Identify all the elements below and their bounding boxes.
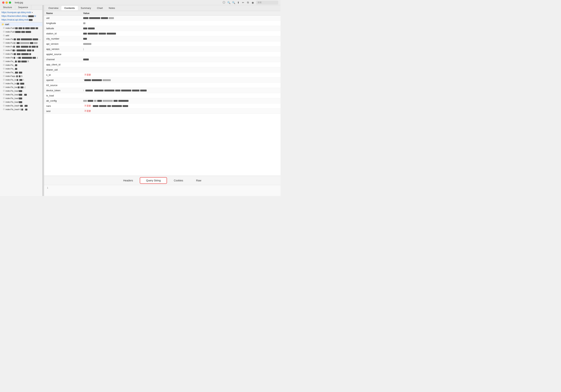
table-row: nars 不需要 [44,103,280,109]
edit-icon[interactable]: ✏ [242,1,245,4]
req-icon: ⓪ [3,79,5,81]
field-value [83,43,278,45]
traffic-lights [2,1,11,4]
table-row: h5_source [44,83,280,88]
req-icon: ⓪ [3,27,5,29]
req-icon: ⓪ [3,90,5,92]
req-icon: ⓪ [3,67,5,70]
field-name: sesi [46,110,83,113]
list-item[interactable]: ⓪ index?is_load=1 . [0,107,42,111]
app-window: body.jpg ⓘ 🔍 🔍 ⬆ ✏ ⧉ ◉ 搜索 Structure Sequ… [0,0,280,196]
field-name: channel [46,58,83,61]
tab-raw[interactable]: Raw [190,177,207,184]
field-value [83,33,278,35]
tab-query-string[interactable]: Query String [140,177,167,184]
main-content: Structure Sequence https://sunquan.api.d… [0,5,280,196]
list-item[interactable]: ⓪ index?u: [0,45,42,48]
col-value-header: Value [83,12,278,15]
maximize-button[interactable] [9,1,11,4]
tab-sequence[interactable]: Sequence [15,5,31,10]
tab-summary[interactable]: Summary [78,6,94,10]
table-row: uid [44,16,280,21]
field-name: s_id [46,73,83,76]
title-bar-icons: ⓘ 🔍 🔍 ⬆ ✏ ⧉ ◉ 搜索 [222,1,278,4]
field-name: ab_config [46,99,83,102]
tab-overview[interactable]: Overview [45,6,61,10]
url-item-maicai[interactable]: https://maicai.api.ddxq.mob [0,18,42,22]
list-item[interactable]: ⓪ index?is_lo [0,82,42,85]
list-item[interactable]: ⓪ index?is_ 3: [0,60,42,63]
list-item[interactable]: ⓪ add [0,34,42,37]
tab-cookies[interactable]: Cookies [168,177,189,184]
list-item[interactable]: ⓪ index?is_load [0,100,42,104]
table-row: latitude [44,26,280,31]
table-row: applet_source [44,52,280,57]
list-item[interactable]: ⓪ index?uid: [0,26,42,30]
url-item-tracker[interactable]: https://trackercollect.ddxq.rbi [0,14,42,18]
list-item[interactable]: ⓪ index?is_ [0,71,42,74]
list-item[interactable]: ⓪ index?ic [0,48,42,52]
list-item[interactable]: ⓪ index?is [0,37,42,41]
list-item[interactable]: ⓪ index?is_ [0,63,42,67]
left-panel: Structure Sequence https://sunquan.api.d… [0,5,43,196]
right-panel: Overview Contents Summary Chart Notes [44,5,280,196]
field-name: api_version [46,42,83,45]
url-item-sunquan[interactable]: https://sunquan.api.ddxq.mobi ▾ [0,10,42,14]
search-zoom-out-icon[interactable]: 🔍 [227,1,230,4]
table-row: is_load [44,93,280,98]
field-value [83,28,278,29]
list-item[interactable]: ⓪ index?uid [0,30,42,34]
req-icon: ⓪ [3,34,5,37]
window-icon[interactable]: ⧉ [247,1,249,4]
tab-notes[interactable]: Notes [106,6,118,10]
tab-structure[interactable]: Structure [0,5,15,10]
tab-chart[interactable]: Chart [94,6,106,10]
field-name: longitude [46,22,83,25]
contents-table: Name Value uid longitude [44,11,280,176]
field-name: sharer_uid [46,68,83,71]
share-icon[interactable]: ⬆ [237,1,240,4]
req-icon: ⓪ [3,82,5,85]
field-value: 不需要 [83,110,278,113]
account-icon[interactable]: ◉ [251,1,254,4]
table-header: Name Value [44,11,280,16]
req-icon: ⓪ [3,93,5,96]
table-row: s_id 不需要 [44,72,280,78]
panel-divider[interactable] [43,5,44,196]
minimize-button[interactable] [6,1,8,4]
list-item[interactable]: ⓪ index?is_lo: \ [0,78,42,82]
table-row: ab_config [44,98,280,103]
req-icon: ⓪ [3,56,5,59]
req-icon: ⓪ [3,75,5,77]
list-item[interactable]: ⓪ index?is_loa .( [0,85,42,89]
req-icon: ⓪ [3,101,5,103]
list-item[interactable]: ⓪ index?is_load [0,96,42,100]
folder-cart[interactable]: 📁 cart [0,22,42,26]
list-item[interactable]: ⓪ index?is -s .( [0,56,42,60]
list-item[interactable]: ⓪ index?is_ [0,67,42,71]
close-button[interactable] [2,1,4,4]
req-icon: ⓪ [3,49,5,52]
table-row: sesi 不需要 [44,109,280,114]
table-row: app_client_id [44,62,280,67]
search-zoom-in-icon[interactable]: 🔍 [232,1,235,4]
req-icon: ⓪ [3,71,5,74]
req-icon: ⓪ [3,45,5,48]
list-item[interactable]: ⓪ index?is_load= . [0,104,42,107]
bottom-content-text: 1 [47,186,81,189]
list-item[interactable]: ⓪ index?app. § [0,74,42,78]
search-bar[interactable]: 搜索 [256,1,278,4]
not-needed-label: 不需要 [84,104,91,107]
list-item[interactable]: ⓪ index?is_load . [0,89,42,93]
bottom-tabs: Headers Query String Cookies Raw [44,176,280,185]
field-name: app_client_id [46,63,83,66]
title-bar: body.jpg ⓘ 🔍 🔍 ⬆ ✏ ⧉ ◉ 搜索 [0,0,280,5]
req-icon: ⓪ [3,41,5,44]
list-item[interactable]: ⓪ index?is_load . [0,93,42,96]
info-icon[interactable]: ⓘ [222,1,225,4]
tab-contents[interactable]: Contents [61,6,78,10]
field-value: ' [83,79,278,82]
list-item[interactable]: ⓪ index?is [0,52,42,56]
tab-headers[interactable]: Headers [117,177,139,184]
list-item[interactable]: ⓪ index?u [0,41,42,45]
